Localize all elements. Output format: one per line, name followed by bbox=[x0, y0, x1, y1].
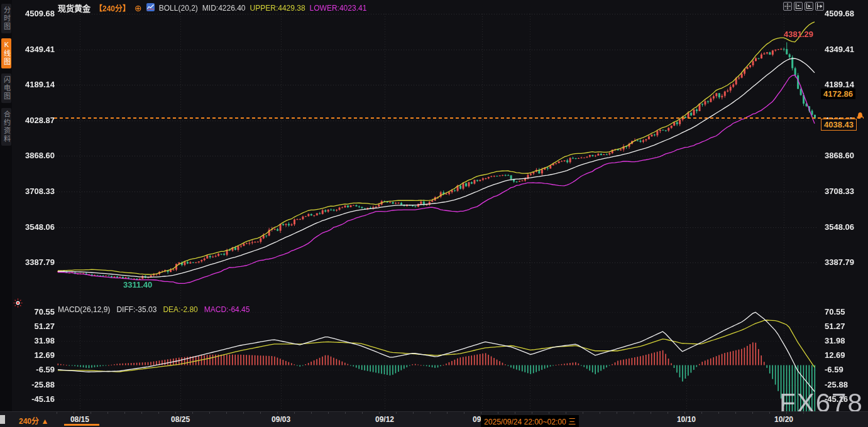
sidebar-item-flash-chart[interactable]: 闪电图 bbox=[1, 73, 11, 103]
macd-dea-value: DEA:-2.80 bbox=[163, 305, 197, 314]
axis-scale-icon[interactable] bbox=[794, 2, 803, 11]
macd-header: MACD(26,12,9) DIFF:-35.03 DEA:-2.80 MACD… bbox=[58, 305, 250, 314]
price-tag-upper: 4172.86 bbox=[821, 89, 855, 99]
price-axis-label: 4509.68 bbox=[25, 9, 55, 18]
live-blink-icon bbox=[13, 298, 23, 310]
price-alert-bell-icon[interactable] bbox=[856, 111, 864, 122]
price-axis-label: 4189.14 bbox=[825, 80, 854, 89]
price-axis-label: 3387.79 bbox=[25, 257, 55, 267]
play-forward-icon[interactable] bbox=[805, 2, 813, 11]
time-axis-label: 08/15 bbox=[70, 415, 89, 424]
swing-high-marker: 4381.29 bbox=[784, 30, 813, 39]
macd-axis-label: 70.55 bbox=[34, 307, 55, 316]
boll-upper-value: UPPER:4429.38 bbox=[250, 4, 305, 13]
macd-axis-label: -45.16 bbox=[31, 394, 55, 404]
chart-canvas[interactable] bbox=[0, 0, 868, 427]
scrollbar-thumb[interactable] bbox=[64, 424, 99, 426]
price-axis-label: 3868.60 bbox=[25, 151, 55, 160]
macd-axis-label: 12.69 bbox=[825, 350, 845, 360]
period-selector[interactable]: 240分 ▲ bbox=[19, 415, 48, 426]
price-axis-label: 3708.33 bbox=[825, 186, 854, 196]
time-axis-label: 09/03 bbox=[272, 415, 290, 424]
time-axis-bar: 240分 ▲ 08/1508/2509/0309/1209/222025/09/… bbox=[0, 411, 868, 427]
price-axis-label: 4028.87 bbox=[25, 116, 55, 125]
chart-header: 现货黄金【240分】 ⊕ BOLL(20,2) MID:4226.40 UPPE… bbox=[58, 2, 366, 14]
price-axis-label: 3708.33 bbox=[25, 186, 55, 196]
price-axis-label: 3548.06 bbox=[825, 222, 854, 232]
price-axis-label: 4509.68 bbox=[825, 9, 854, 18]
macd-indicator-label[interactable]: MACD(26,12,9) bbox=[58, 305, 110, 314]
boll-lower-value: LOWER:4023.41 bbox=[310, 4, 367, 13]
macd-macd-value: MACD:-64.45 bbox=[204, 305, 250, 314]
trading-app: 分时图K线图闪电图合约资料 现货黄金【240分】 ⊕ BOLL(20,2) MI… bbox=[0, 0, 868, 427]
macd-axis-label: 12.69 bbox=[34, 350, 55, 360]
time-axis-label: 2025/09/24 22:00~02:00 三 bbox=[481, 415, 579, 427]
price-axis-label: 4189.14 bbox=[25, 80, 55, 89]
sidebar-item-contract-info[interactable]: 合约资料 bbox=[1, 108, 11, 146]
macd-axis-label: 31.98 bbox=[34, 336, 55, 345]
price-axis-label: 4349.41 bbox=[25, 45, 55, 54]
price-tag-last: 4038.43 bbox=[821, 119, 857, 131]
price-axis-label: 3548.06 bbox=[25, 222, 55, 232]
period-low-marker: 3311.40 bbox=[123, 280, 152, 289]
goto-latest-icon[interactable] bbox=[815, 2, 824, 11]
price-axis-label: 3387.79 bbox=[825, 257, 854, 267]
macd-axis-label: 70.55 bbox=[825, 307, 845, 316]
time-axis-label: 10/10 bbox=[677, 415, 696, 424]
macd-axis-label: 31.98 bbox=[825, 336, 845, 345]
crosshair-icon[interactable] bbox=[783, 2, 792, 11]
sidebar: 分时图K线图闪电图合约资料 bbox=[0, 0, 12, 412]
add-compare-icon[interactable]: ⊕ bbox=[135, 4, 142, 12]
period-badge[interactable]: 【240分】 bbox=[95, 3, 130, 13]
sidebar-item-time-chart[interactable]: 分时图 bbox=[1, 4, 11, 33]
time-axis-label: 08/25 bbox=[171, 415, 190, 424]
chart-toolbar bbox=[783, 2, 824, 11]
time-axis-ticks bbox=[57, 412, 818, 414]
price-axis-label: 3868.60 bbox=[825, 151, 854, 160]
symbol-title: 现货黄金 bbox=[58, 2, 91, 14]
macd-axis-label: 51.27 bbox=[825, 322, 845, 331]
macd-axis-label: 51.27 bbox=[34, 322, 55, 331]
sidebar-item-kline-chart[interactable]: K线图 bbox=[1, 38, 11, 68]
chart-type-icon[interactable] bbox=[146, 3, 155, 13]
macd-diff-value: DIFF:-35.03 bbox=[116, 305, 157, 314]
scrollbar-corner[interactable] bbox=[0, 415, 5, 424]
boll-mid-value: MID:4226.40 bbox=[202, 4, 246, 13]
macd-axis-label: -25.88 bbox=[31, 380, 55, 389]
time-axis-label: 10/20 bbox=[774, 415, 793, 424]
boll-indicator-label[interactable]: BOLL(20,2) bbox=[159, 4, 198, 13]
macd-axis-label: -6.59 bbox=[825, 365, 843, 374]
price-axis-right: 4509.684349.414189.144028.873868.603708.… bbox=[825, 0, 868, 414]
macd-axis-label: -6.59 bbox=[36, 365, 55, 374]
time-axis-label: 09/12 bbox=[375, 415, 394, 424]
price-axis-label: 4349.41 bbox=[825, 45, 854, 54]
